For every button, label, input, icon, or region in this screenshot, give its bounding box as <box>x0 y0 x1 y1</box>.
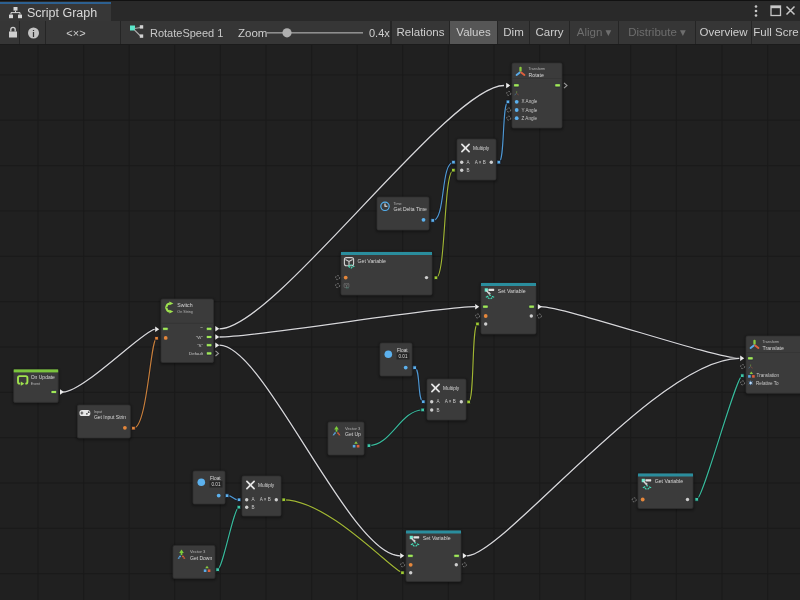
svg-text:Get Variable: Get Variable <box>358 258 387 264</box>
svg-text:Get Input Strin: Get Input Strin <box>94 414 126 420</box>
svg-text:A × B: A × B <box>260 497 271 502</box>
svg-text:Multiply: Multiply <box>258 483 275 488</box>
svg-text:Vector 3: Vector 3 <box>345 426 361 431</box>
svg-text:Multiply: Multiply <box>473 146 490 151</box>
svg-text:A × B: A × B <box>475 160 486 165</box>
svg-text:Set Variable: Set Variable <box>498 288 526 294</box>
svg-text:Zoom: Zoom <box>238 27 267 39</box>
svg-text:Float: Float <box>397 348 408 353</box>
svg-text:Time: Time <box>394 202 402 206</box>
svg-text:Transform: Transform <box>529 67 546 71</box>
svg-text:"": "" <box>200 326 204 331</box>
svg-text:Default: Default <box>189 351 204 356</box>
svg-text:RotateSpeed 1: RotateSpeed 1 <box>150 27 223 39</box>
svg-text:B: B <box>467 168 470 173</box>
svg-text:Float: Float <box>210 476 221 481</box>
svg-text:"S": "S" <box>197 343 203 348</box>
svg-text:Get Down: Get Down <box>190 555 212 561</box>
svg-text:Transform: Transform <box>763 340 780 344</box>
svg-text:Multiply: Multiply <box>443 386 460 391</box>
svg-text:Switch: Switch <box>177 302 192 308</box>
svg-text:0.01: 0.01 <box>399 354 408 359</box>
svg-text:B: B <box>437 408 440 413</box>
svg-text:i: i <box>32 29 35 39</box>
svg-text:"W": "W" <box>196 335 204 340</box>
svg-text:On Update: On Update <box>31 374 55 380</box>
svg-text:Translate: Translate <box>763 345 785 351</box>
svg-text:X Angle: X Angle <box>522 99 538 104</box>
svg-text:Translation: Translation <box>757 373 780 378</box>
svg-text:Event: Event <box>31 382 40 386</box>
svg-text:Vector 3: Vector 3 <box>190 549 206 554</box>
svg-text:<×>: <×> <box>66 27 85 39</box>
svg-text:Rotate: Rotate <box>529 72 544 78</box>
svg-text:Input: Input <box>94 410 102 414</box>
svg-text:Get Up: Get Up <box>345 431 361 437</box>
svg-text:0.4x: 0.4x <box>369 27 390 39</box>
svg-text:Get Delta Time: Get Delta Time <box>394 206 428 212</box>
svg-text:Y Angle: Y Angle <box>522 108 538 113</box>
svg-text:Get Variable: Get Variable <box>655 478 684 484</box>
svg-text:Relative To: Relative To <box>756 381 779 386</box>
svg-text:B: B <box>252 505 255 510</box>
svg-text:On String: On String <box>177 310 193 314</box>
svg-text:A × B: A × B <box>445 399 456 404</box>
svg-text:Z Angle: Z Angle <box>522 116 538 121</box>
svg-text:0.01: 0.01 <box>212 482 221 487</box>
svg-text:Set Variable: Set Variable <box>423 535 451 541</box>
